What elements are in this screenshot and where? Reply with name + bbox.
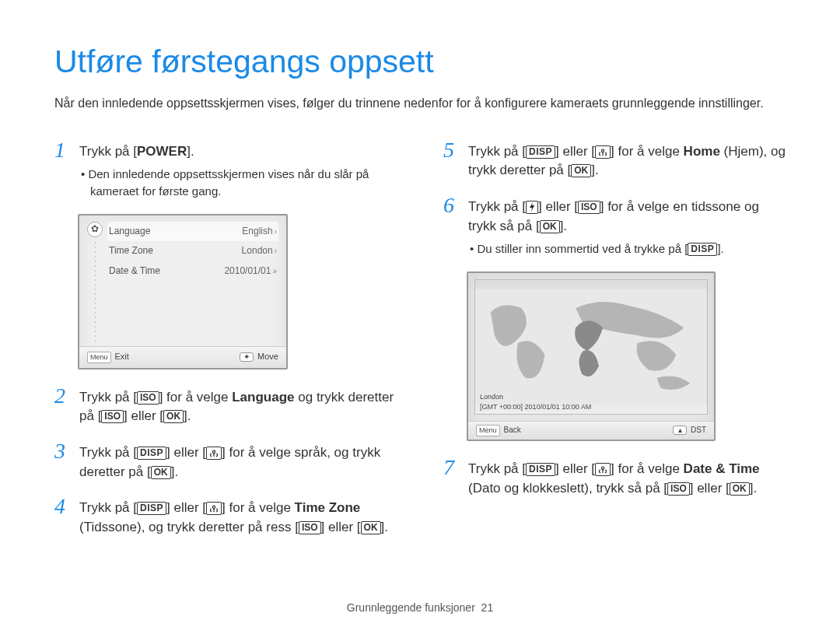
footer-move: Move	[257, 351, 278, 363]
disp-key: DISP	[526, 463, 555, 476]
macro-key	[206, 447, 222, 460]
step-number: 6	[443, 194, 460, 257]
iso-key: ISO	[101, 410, 124, 423]
disp-key: DISP	[137, 447, 166, 460]
t: Trykk på [	[468, 199, 526, 214]
step-number: 1	[54, 139, 72, 200]
t: ] for å velge	[611, 461, 684, 476]
macro-key	[595, 463, 611, 476]
step-number: 4	[54, 496, 72, 537]
step-7: 7 Trykk på [DISP] eller [] for å velge D…	[443, 457, 786, 498]
step-2: 2 Trykk på [ISO] for å velge Language og…	[54, 385, 397, 426]
ok-key: OK	[361, 521, 381, 534]
step-6: 6 Trykk på [] eller [ISO] for å velge en…	[443, 194, 786, 257]
iso-key: ISO	[137, 391, 159, 405]
datetime-label: Date & Time	[684, 461, 760, 476]
step-1: 1 Trykk på [POWER]. Den innledende oppse…	[54, 139, 397, 200]
intro-text: Når den innledende oppsettsskjermen vise…	[54, 94, 786, 112]
t: Trykk på [	[468, 144, 526, 159]
footer-dst: DST	[691, 425, 706, 436]
map-detail: [GMT +00:00] 2010/01/01 10:00 AM	[480, 402, 702, 412]
macro-key	[206, 502, 222, 515]
chevron-right-icon: ›	[275, 247, 277, 255]
t: ] for å velge	[611, 144, 684, 159]
t: ] eller [	[124, 408, 163, 423]
iso-key: ISO	[299, 521, 321, 534]
macro-key	[595, 145, 611, 159]
power-key: POWER	[137, 144, 187, 159]
page-title: Utføre førstegangs oppsett	[54, 39, 786, 85]
t: ] for å velge	[222, 500, 295, 515]
dpad-icon: ✦	[240, 352, 254, 362]
chevron-right-icon: ›	[275, 227, 277, 236]
t: Du stiller inn sommertid ved å trykke på…	[477, 242, 688, 255]
lcd-value: London	[242, 245, 273, 256]
lcd-row-timezone: Time Zone London›	[107, 241, 278, 261]
t: ] eller [	[166, 445, 206, 460]
step-number: 2	[54, 385, 72, 426]
ok-key: OK	[571, 164, 591, 177]
step-4: 4 Trykk på [DISP] eller [] for å velge T…	[54, 496, 397, 537]
t: ].	[717, 242, 723, 255]
right-column: 5 Trykk på [DISP] eller [] for å velge H…	[443, 139, 786, 552]
t: Trykk på [	[79, 445, 137, 460]
t: ].	[750, 481, 757, 496]
lcd-value: 2010/01/01	[224, 265, 271, 276]
t: Trykk på [	[468, 461, 526, 476]
step-number: 7	[443, 457, 460, 498]
gear-icon: ✿	[87, 222, 103, 237]
step-number: 5	[443, 139, 460, 180]
timezone-label: Time Zone	[295, 500, 361, 515]
t: ].	[381, 520, 388, 534]
step-3: 3 Trykk på [DISP] eller [] for å velge s…	[54, 440, 397, 482]
ok-key: OK	[540, 220, 560, 233]
up-icon: ▴	[673, 426, 687, 435]
t: Trykk på [	[79, 390, 137, 405]
left-column: 1 Trykk på [POWER]. Den innledende oppse…	[54, 139, 397, 552]
lcd-row-datetime: Date & Time 2010/01/01»	[107, 261, 278, 281]
footer-back: Back	[504, 425, 521, 436]
chevron-right-icon: »	[272, 267, 277, 275]
home-label: Home	[684, 144, 720, 159]
lcd-row-language: Language English›	[107, 222, 278, 241]
ok-key: OK	[730, 482, 750, 496]
lcd-label: Date & Time	[109, 264, 160, 278]
language-label: Language	[232, 390, 294, 405]
step-5: 5 Trykk på [DISP] eller [] for å velge H…	[443, 139, 786, 180]
iso-key: ISO	[667, 482, 690, 496]
lcd-value: English	[242, 226, 272, 236]
t: ] eller [	[321, 520, 361, 534]
t: ] for å velge	[159, 390, 233, 405]
t: ] eller [	[538, 199, 578, 214]
flash-key	[526, 201, 538, 214]
page-footer: Grunnleggende funksjoner 21	[0, 600, 840, 615]
map-city: London	[480, 392, 702, 402]
t: ].	[184, 408, 191, 423]
t: ].	[171, 464, 178, 479]
setup-screen-preview: ✿ Language English› Time Zone London› Da…	[78, 214, 288, 370]
disp-key: DISP	[526, 145, 555, 159]
t: ].	[591, 163, 598, 177]
disp-key: DISP	[688, 243, 717, 256]
ok-key: OK	[151, 466, 171, 479]
t: ] eller [	[166, 500, 206, 515]
disp-key: DISP	[137, 502, 166, 515]
t: ] eller [	[555, 144, 595, 159]
t: ] eller [	[690, 481, 730, 496]
timezone-map-preview: London [GMT +00:00] 2010/01/01 10:00 AM …	[467, 271, 716, 441]
t: ].	[560, 219, 567, 233]
step-text: Trykk på [	[79, 144, 137, 159]
footer-section: Grunnleggende funksjoner	[347, 601, 475, 614]
step6-note: Du stiller inn sommertid ved å trykke på…	[479, 240, 786, 257]
footer-exit: Exit	[115, 351, 129, 363]
step1-note: Den innledende oppsettsskjermen vises nå…	[90, 166, 397, 200]
t: (Tidssone), og trykk deretter på ress [	[79, 520, 299, 534]
iso-key: ISO	[578, 201, 600, 214]
t: ] eller [	[555, 461, 595, 476]
two-column-layout: 1 Trykk på [POWER]. Den innledende oppse…	[54, 139, 786, 552]
t: (Dato og klokkeslett), trykk så på [	[468, 481, 667, 496]
lcd-label: Time Zone	[109, 244, 153, 257]
step-number: 3	[54, 440, 72, 482]
lcd-label: Language	[109, 225, 150, 238]
ok-key: OK	[163, 410, 184, 423]
